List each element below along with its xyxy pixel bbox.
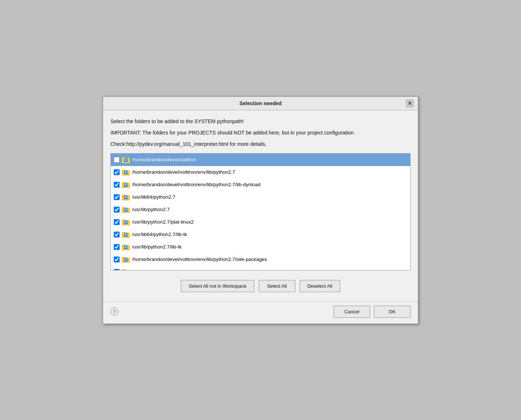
list-item-path: /home/brandon/devel/volttron/env/lib/pyt…: [132, 169, 235, 175]
deselect-all-button[interactable]: Deselect All: [300, 280, 340, 292]
path-list[interactable]: /home/brandon/devel/volttron /home/brand…: [110, 153, 411, 270]
title-bar: Selection needed ✕: [103, 97, 418, 110]
list-item[interactable]: /usr/lib64/python2.7/lib-tk: [111, 228, 410, 241]
list-item-path: /usr/lib64/python2.7/lib-tk: [132, 232, 187, 237]
list-item-checkbox[interactable]: [114, 244, 120, 250]
close-button[interactable]: ✕: [406, 100, 413, 107]
folder-icon: [122, 256, 130, 263]
list-item[interactable]: /usr/lib/python2.7/plat-linux2: [111, 216, 410, 228]
dialog-body: Select the folders to be added to the SY…: [103, 110, 418, 302]
select-all-not-workspace-button[interactable]: Select All not in Workspace: [181, 280, 254, 292]
list-item-checkbox[interactable]: [114, 269, 120, 270]
folder-icon: [122, 231, 130, 238]
description-line3: Check:http://pydev.org/manual_101_interp…: [110, 140, 411, 148]
description-text: Select the folders to be added to the SY…: [110, 118, 411, 148]
svg-rect-48: [125, 270, 127, 270]
list-item-checkbox[interactable]: [114, 219, 120, 225]
cancel-button[interactable]: Cancel: [334, 306, 370, 318]
list-item[interactable]: /home/brandon/devel/volttron/env/lib/pyt…: [111, 166, 410, 178]
list-item[interactable]: /home/brandon/devel/volttron/env/lib/pyt…: [111, 253, 410, 266]
folder-icon: [122, 269, 130, 270]
list-item-path: /home/brandon/devel/volttron/env/lib/pyt…: [132, 257, 267, 262]
folder-icon: [122, 219, 130, 225]
ok-button[interactable]: OK: [374, 306, 411, 318]
list-item-path: /home/brandon/devel/volttron: [132, 157, 196, 162]
description-line1: Select the folders to be added to the SY…: [110, 118, 411, 125]
svg-rect-4: [125, 159, 127, 161]
folder-icon: [122, 169, 130, 176]
list-item[interactable]: /usr/lib64/python2.7: [111, 191, 410, 203]
svg-rect-44: [125, 259, 127, 260]
folder-icon: [122, 181, 130, 188]
list-item[interactable]: /usr/lib/python2.7/lib-tk: [111, 241, 410, 253]
list-item-checkbox[interactable]: [114, 232, 120, 237]
list-item-checkbox[interactable]: [114, 194, 120, 200]
list-item-path: /usr/lib/python2.7/plat-linux2: [132, 219, 194, 225]
list-item[interactable]: /home/brandon/.eclipse/org.eclipse.platf…: [111, 266, 410, 270]
list-item-checkbox[interactable]: [114, 169, 120, 175]
action-buttons-row: Select All not in Workspace Select All D…: [110, 276, 411, 298]
svg-rect-14: [125, 184, 127, 185]
select-all-button[interactable]: Select All: [259, 280, 295, 292]
description-line2: IMPORTANT: The folders for your PROJECTS…: [110, 129, 411, 137]
footer-buttons: Cancel OK: [334, 306, 411, 318]
help-button[interactable]: ?: [110, 307, 119, 316]
list-item-checkbox[interactable]: [114, 157, 120, 163]
list-item-path: /usr/lib/python2.7/lib-tk: [132, 244, 182, 250]
svg-rect-39: [125, 247, 127, 248]
list-item-checkbox[interactable]: [114, 182, 120, 188]
folder-icon: [122, 156, 130, 163]
folder-icon: [122, 244, 130, 250]
dialog-footer: ? Cancel OK: [103, 302, 418, 324]
svg-rect-29: [125, 222, 127, 223]
list-item[interactable]: /usr/lib/python2.7: [111, 203, 410, 216]
svg-rect-34: [125, 234, 127, 235]
svg-rect-45: [122, 270, 130, 270]
folder-icon: [122, 194, 130, 200]
svg-rect-24: [125, 209, 127, 210]
list-item-checkbox[interactable]: [114, 207, 120, 213]
dialog-title: Selection needed: [115, 100, 406, 106]
list-item-path: /usr/lib64/python2.7: [132, 194, 175, 200]
folder-icon: [122, 206, 130, 213]
selection-dialog: Selection needed ✕ Select the folders to…: [103, 96, 418, 324]
list-item[interactable]: /home/brandon/devel/volttron: [111, 154, 410, 166]
svg-rect-9: [125, 172, 127, 173]
list-item[interactable]: /home/brandon/devel/volttron/env/lib/pyt…: [111, 178, 410, 191]
list-item-path: /home/brandon/.eclipse/org.eclipse.platf…: [132, 269, 343, 270]
svg-rect-19: [125, 197, 127, 198]
list-item-checkbox[interactable]: [114, 257, 120, 262]
list-item-path: /usr/lib/python2.7: [132, 207, 170, 212]
list-item-path: /home/brandon/devel/volttron/env/lib/pyt…: [132, 182, 260, 187]
svg-rect-46: [122, 269, 125, 270]
